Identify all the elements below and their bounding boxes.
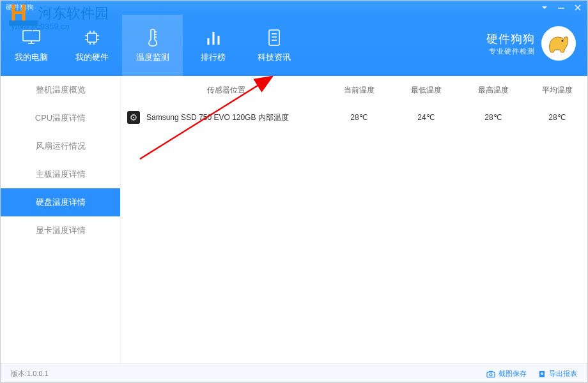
titlebar: 硬件狗狗 [1,1,587,15]
nav-label: 排行榜 [201,52,226,63]
content-area: 传感器位置 当前温度 最低温度 最高温度 平均温度 Samsung SSD 75… [121,76,587,363]
sidebar-item-gpu[interactable]: 显卡温度详情 [1,216,120,244]
camera-icon [486,370,495,378]
sidebar-item-label: 风扇运行情况 [36,140,86,152]
nav-label: 我的电脑 [15,52,48,63]
brand-title: 硬件狗狗 [486,31,535,47]
sidebar-item-label: 硬盘温度详情 [36,197,86,208]
screenshot-button[interactable]: 截图保存 [486,369,527,379]
sidebar-item-cpu[interactable]: CPU温度详情 [1,104,120,132]
export-button[interactable]: 导出报表 [538,369,577,379]
svg-rect-27 [487,372,495,377]
svg-rect-1 [23,31,40,41]
cell-current: 28℃ [325,113,392,122]
cell-max: 28℃ [460,113,527,122]
sidebar: 整机温度概览 CPU温度详情 风扇运行情况 主板温度详情 硬盘温度详情 显卡温度… [1,76,121,363]
sensor-name: Samsung SSD 750 EVO 120GB 内部温度 [146,112,289,123]
export-label: 导出报表 [549,369,577,379]
statusbar: 版本:1.0.0.1 截图保存 导出报表 [1,363,587,383]
col-header-sensor: 传感器位置 [127,85,325,96]
sidebar-item-fan[interactable]: 风扇运行情况 [1,132,120,160]
nav-technews[interactable]: 科技资讯 [244,15,304,76]
cell-avg: 28℃ [527,113,587,122]
svg-rect-19 [269,30,279,45]
col-header-min: 最低温度 [392,85,460,96]
svg-point-23 [562,40,564,42]
chip-icon [82,27,102,48]
nav-my-computer[interactable]: 我的电脑 [1,15,61,76]
nav-ranking[interactable]: 排行榜 [183,15,244,76]
close-icon[interactable] [573,3,582,12]
col-header-max: 最高温度 [460,85,527,96]
sidebar-item-label: CPU温度详情 [35,112,86,124]
menu-icon[interactable] [540,3,549,12]
sidebar-item-label: 显卡温度详情 [36,225,86,236]
cell-min: 24℃ [392,113,460,122]
disk-icon [127,111,140,124]
nav-my-hardware[interactable]: 我的硬件 [61,15,122,76]
window-title: 硬件狗狗 [6,3,34,12]
sidebar-item-label: 整机温度概览 [36,84,86,96]
nav-label: 温度监测 [136,52,169,63]
col-header-current: 当前温度 [325,85,392,96]
nav-label: 我的硬件 [75,52,109,63]
export-icon [538,370,546,378]
thermometer-icon [143,27,163,48]
brand-subtitle: 专业硬件检测 [486,47,535,56]
sidebar-item-overview[interactable]: 整机温度概览 [1,76,120,104]
monitor-icon [21,27,42,48]
svg-point-26 [133,117,134,118]
sidebar-item-label: 主板温度详情 [36,169,86,180]
nav-temperature[interactable]: 温度监测 [122,15,183,76]
brand-logo [541,26,576,61]
document-icon [264,27,284,48]
header: 我的电脑 我的硬件 温度监测 排行榜 科技资讯 [1,15,587,76]
brand: 硬件狗狗 专业硬件检测 [486,26,576,61]
svg-rect-0 [558,8,564,9]
table-header: 传感器位置 当前温度 最低温度 最高温度 平均温度 [121,76,587,104]
table-row: Samsung SSD 750 EVO 120GB 内部温度 28℃ 24℃ 2… [121,104,587,131]
svg-rect-4 [88,33,97,42]
sidebar-item-disk[interactable]: 硬盘温度详情 [1,188,120,216]
main-nav: 我的电脑 我的硬件 温度监测 排行榜 科技资讯 [1,15,304,76]
svg-point-28 [490,373,492,376]
minimize-icon[interactable] [557,3,566,12]
svg-rect-29 [489,371,493,372]
screenshot-label: 截图保存 [499,369,527,379]
col-header-avg: 平均温度 [527,85,587,96]
nav-label: 科技资讯 [258,52,291,63]
bars-icon [203,27,224,48]
sidebar-item-mainboard[interactable]: 主板温度详情 [1,160,120,188]
version-text: 版本:1.0.0.1 [11,369,49,379]
